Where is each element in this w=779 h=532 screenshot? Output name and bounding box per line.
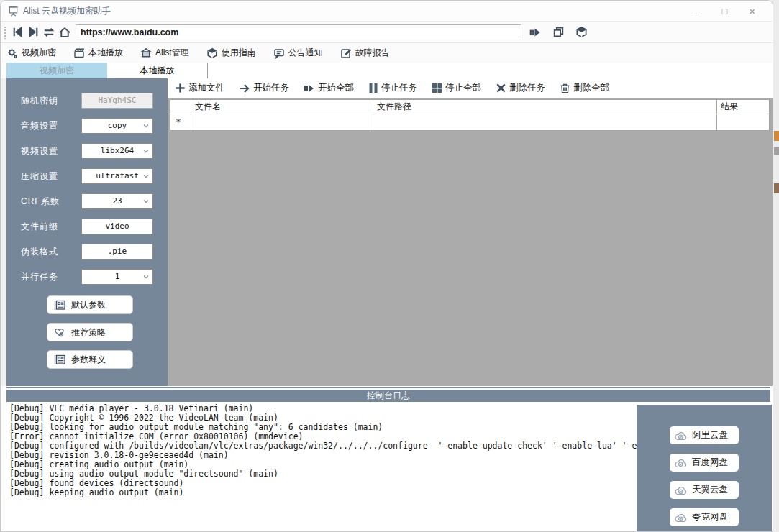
tab-video-encrypt[interactable]: 视频加密 [6,63,107,78]
desktop-edge-fragment [774,183,779,193]
cell-filename[interactable] [191,114,373,131]
cell-result[interactable] [717,114,770,131]
minimize-button[interactable]: — [691,6,700,16]
maximize-button[interactable]: □ [721,6,727,16]
cloud-check-icon [675,513,687,523]
form-icon [53,300,65,311]
button-label: 默认参数 [71,299,106,311]
field-label: 文件前缀 [21,221,67,233]
baidu-netdisk-button[interactable]: 百度网盘 [670,454,739,472]
form-icon [53,354,65,365]
titlebar: Alist 云盘视频加密助手 — □ × [1,1,773,21]
copy-icon[interactable] [550,24,566,40]
field-audio-setting: 音频设置 copy [21,118,168,134]
random-key-input[interactable]: HaYgh4SC [81,93,153,109]
home-button[interactable] [57,24,73,40]
menu-item-local-play[interactable]: 本地播放 [73,47,123,59]
field-compress-setting: 压缩设置 ultrafast [21,168,168,184]
button-label: 阿里云盘 [692,429,728,441]
window-controls: — □ × [691,6,765,16]
video-setting-select[interactable]: libx264 [81,143,153,159]
stop-task-button[interactable]: 停止任务 [368,82,417,94]
delete-all-button[interactable]: 删除全部 [560,82,609,94]
menu-item-guide[interactable]: 使用指南 [206,47,256,59]
chevron-down-icon [142,197,150,206]
gear-icon [6,47,18,59]
go-button[interactable] [527,24,543,40]
tabbar: 视频加密 本地播放 [1,63,773,78]
cell-filepath[interactable] [373,114,717,131]
menu-label: 使用指南 [222,47,256,59]
arrow-right-icon [239,83,250,94]
url-input[interactable]: https://www.baidu.com [76,24,521,40]
delete-task-button[interactable]: 删除任务 [496,82,545,94]
param-explain-button[interactable]: 参数释义 [47,350,133,369]
quark-netdisk-button[interactable]: 夸克网盘 [670,508,739,526]
bank-icon [140,47,152,59]
parallel-tasks-select[interactable]: 1 [81,269,153,285]
crf-select[interactable]: 23 [81,193,153,209]
row-header-cell [170,99,191,114]
settings-sidebar: 随机密钥 HaYgh4SC 音频设置 copy 视频设置 libx264 压缩设… [6,78,168,386]
button-label: 开始任务 [253,82,289,94]
menu-label: Alist管理 [155,47,189,59]
menu-item-announcement[interactable]: 公告通知 [273,47,323,59]
toolbar-gripper [4,26,6,39]
field-crf: CRF系数 23 [21,193,168,209]
x-icon [496,83,506,93]
start-all-button[interactable]: 开始全部 [304,82,354,94]
disguise-format-input[interactable]: .pie [81,244,153,260]
refresh-icon[interactable] [41,24,57,40]
stop-all-button[interactable]: 停止全部 [432,82,481,94]
file-table: 文件名 文件路径 结果 * [170,99,770,131]
menubar: 视频加密 本地播放 Alist管理 使用指南 公告通知 故障报告 [1,42,773,63]
menu-label: 本地播放 [88,47,123,59]
select-value: libx264 [101,146,134,155]
menu-item-alist-manage[interactable]: Alist管理 [140,47,189,59]
recommend-strategy-button[interactable]: 推荐策略 [47,323,133,341]
tianyi-cloud-button[interactable]: 天翼云盘 [670,481,739,499]
back-button[interactable] [9,24,25,40]
column-header-result[interactable]: 结果 [717,99,770,114]
column-header-filepath[interactable]: 文件路径 [373,99,717,114]
file-prefix-input[interactable]: video [81,219,153,234]
default-params-button[interactable]: 默认参数 [47,295,133,314]
select-value: 23 [112,196,122,206]
field-label: CRF系数 [21,196,67,208]
button-label: 夸克网盘 [692,511,728,523]
button-label: 删除任务 [509,82,545,94]
chevron-down-icon [142,121,150,130]
forward-button[interactable] [25,24,41,40]
package-icon[interactable] [573,24,589,40]
speech-bubble-icon [273,47,285,59]
compress-setting-select[interactable]: ultrafast [81,168,153,184]
table-row[interactable]: * [170,114,770,131]
close-button[interactable]: × [749,6,755,16]
aliyun-drive-button[interactable]: 阿里云盘 [670,426,739,444]
menu-label: 故障报告 [355,47,390,59]
column-header-filename[interactable]: 文件名 [191,99,373,114]
field-random-key: 随机密钥 HaYgh4SC [21,93,168,109]
button-label: 停止任务 [381,82,417,94]
button-label: 百度网盘 [692,457,728,469]
stop-all-icon [432,83,442,93]
audio-setting-select[interactable]: copy [81,118,153,134]
trash-icon [560,83,570,94]
heart-plus-icon [53,326,65,338]
select-value: copy [108,121,127,130]
menu-label: 公告通知 [288,47,323,59]
select-value: ultrafast [96,171,139,180]
cloud-check-icon [675,458,687,468]
tab-local-play[interactable]: 本地播放 [107,63,208,78]
menu-item-bug-report[interactable]: 故障报告 [340,47,390,59]
cloud-check-icon [675,485,687,495]
button-label: 天翼云盘 [692,484,728,496]
menu-item-video-encrypt[interactable]: 视频加密 [6,47,56,59]
start-task-button[interactable]: 开始任务 [239,82,289,94]
field-file-prefix: 文件前缀 video [21,219,168,234]
field-label: 压缩设置 [21,170,67,183]
cloud-drive-panel: 阿里云盘 百度网盘 天翼云盘 夸克网盘 [637,405,772,532]
field-label: 伪装格式 [21,246,67,258]
browser-navbar: https://www.baidu.com [1,21,773,42]
add-file-button[interactable]: 添加文件 [175,82,224,94]
